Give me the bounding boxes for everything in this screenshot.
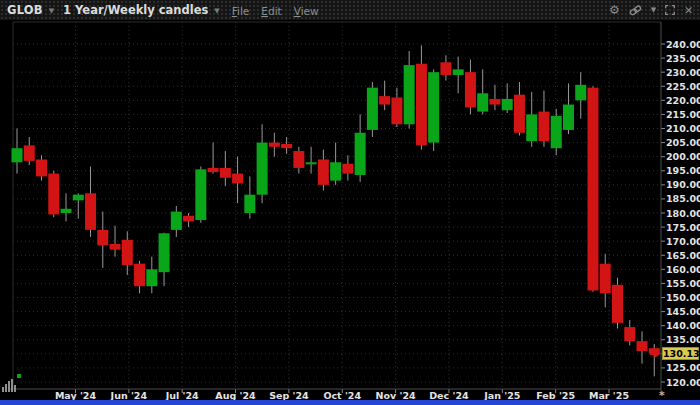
menu-item-file[interactable]: File (232, 5, 250, 17)
candle (306, 147, 317, 174)
menu-bar: File Edit View (232, 5, 319, 17)
price-label: 235.00 (666, 53, 700, 64)
timeframe-selector[interactable]: 1 Year/Weekly candles ▼ (54, 3, 220, 17)
candle (183, 213, 194, 227)
candle (637, 331, 648, 363)
candle (440, 55, 451, 80)
candle (195, 167, 206, 223)
price-label: 120.00 (666, 377, 700, 388)
symbol-label: GLOB (7, 3, 43, 17)
candle (489, 85, 500, 110)
price-label: 145.00 (666, 306, 700, 317)
candle (48, 171, 59, 217)
candle (171, 206, 182, 237)
candle (318, 150, 329, 191)
indicator-dot (17, 374, 21, 378)
price-label: 135.00 (666, 334, 700, 345)
candle (269, 133, 280, 157)
menu-item-view[interactable]: View (294, 5, 319, 17)
candle (97, 212, 108, 268)
candle (330, 143, 341, 185)
candle (134, 261, 145, 293)
bottom-bar (0, 400, 700, 405)
candle (649, 344, 660, 376)
price-label: 170.00 (666, 236, 700, 247)
price-label: 180.00 (666, 208, 700, 219)
candle (293, 147, 304, 174)
candle (342, 155, 353, 180)
candle (587, 86, 598, 292)
candle (257, 124, 268, 203)
candle (404, 51, 415, 128)
price-label: 215.00 (666, 109, 700, 120)
candle (526, 92, 537, 147)
chevron-down-icon: ▼ (214, 7, 219, 15)
candle (159, 233, 170, 287)
gear-icon[interactable]: ⚙ (609, 4, 620, 16)
volume-histogram-icon[interactable] (2, 377, 17, 396)
titlebar-icon-group: ⚙ ▼ ✕ (609, 0, 693, 20)
candle (563, 83, 574, 134)
timeframe-label: 1 Year/Weekly candles (63, 3, 208, 17)
candle (61, 193, 72, 221)
price-label: 190.00 (666, 179, 700, 190)
price-label: 240.00 (666, 39, 700, 50)
candle (612, 278, 623, 329)
candle (624, 320, 635, 345)
candle (110, 226, 121, 257)
chevron-down-icon[interactable]: ▼ (651, 6, 656, 14)
candle (502, 83, 513, 113)
price-label: 185.00 (666, 193, 700, 204)
candle (85, 167, 96, 237)
candle (367, 82, 378, 137)
candle (391, 88, 402, 127)
close-icon[interactable]: ✕ (684, 5, 693, 16)
candle (146, 257, 157, 294)
price-label: 230.00 (666, 67, 700, 78)
price-label: 160.00 (666, 264, 700, 275)
menu-item-edit[interactable]: Edit (261, 5, 281, 17)
candle (575, 72, 586, 118)
price-label: 175.00 (666, 222, 700, 233)
price-label: 195.00 (666, 165, 700, 176)
symbol-selector[interactable]: GLOB ▼ (0, 3, 54, 17)
candle (551, 109, 562, 155)
title-bar: GLOB ▼ 1 Year/Weekly candles ▼ File Edit… (0, 0, 700, 20)
candle (538, 90, 549, 146)
candle (281, 137, 292, 154)
candle (36, 155, 47, 180)
candle (355, 114, 366, 182)
candle (379, 81, 390, 111)
price-label: 225.00 (666, 81, 700, 92)
candle (244, 176, 255, 218)
candle (477, 69, 488, 114)
candle (232, 157, 243, 203)
last-price-tag: 130.13 (662, 347, 699, 360)
candle (122, 231, 133, 275)
price-label: 220.00 (666, 95, 700, 106)
candle (428, 69, 439, 151)
price-label: 165.00 (666, 250, 700, 261)
link-icon[interactable] (629, 5, 642, 16)
candle (514, 82, 525, 136)
candle (208, 143, 219, 174)
candle (600, 254, 611, 308)
price-label: 125.00 (666, 362, 700, 373)
price-label: 155.00 (666, 278, 700, 289)
price-label: 150.00 (666, 292, 700, 303)
candle (416, 45, 427, 149)
price-label: 200.00 (666, 151, 700, 162)
price-label: 140.00 (666, 320, 700, 331)
price-label: 205.00 (666, 137, 700, 148)
candle (24, 137, 35, 165)
candle (453, 57, 464, 94)
price-label: 210.00 (666, 123, 700, 134)
candle (73, 193, 84, 218)
candlestick-chart[interactable]: 240.00235.00230.00225.00220.00215.00210.… (0, 0, 700, 405)
fullscreen-icon[interactable] (665, 5, 675, 15)
candle (465, 59, 476, 114)
